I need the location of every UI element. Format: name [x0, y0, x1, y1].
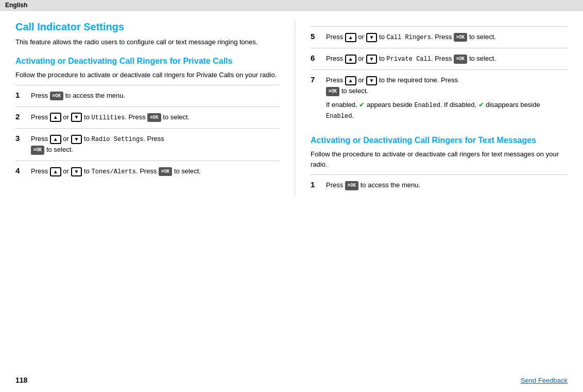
- step-6-target: Private Call: [387, 56, 431, 63]
- language-label: English: [5, 2, 27, 9]
- right-steps-continued: 5 Press ▲ or ▼ to Call Ringers. Press ⌘O…: [311, 26, 568, 127]
- step-7-content: Press ▲ or ▼ to the required tone. Press…: [326, 75, 568, 121]
- up-button-icon: ▲: [50, 167, 61, 176]
- sub-intro-text-messages: Follow the procedure to activate or deac…: [311, 149, 568, 169]
- step-5-content: Press ▲ or ▼ to Call Ringers. Press ⌘OK …: [326, 32, 496, 43]
- checkmark-icon: ✔: [359, 101, 365, 109]
- left-steps: 1 Press ⌘OK to access the menu. 2 Press …: [15, 85, 279, 182]
- left-column: Call Indicator Settings This feature all…: [15, 21, 279, 196]
- step-3-content: Press ▲ or ▼ to Radio Settings. Press ⌘O…: [31, 134, 164, 155]
- step-6-number: 6: [311, 54, 321, 62]
- ok-button-icon: ⌘OK: [454, 33, 467, 42]
- up-button-icon: ▲: [50, 135, 61, 144]
- step-1-number: 1: [15, 91, 26, 99]
- step-2-content: Press ▲ or ▼ to Utilities. Press ⌘OK to …: [31, 112, 190, 123]
- top-bar: English: [0, 0, 583, 11]
- send-feedback-link[interactable]: Send Feedback: [521, 377, 568, 384]
- step-3-number: 3: [15, 134, 26, 142]
- ok-button-icon: ⌘OK: [31, 146, 44, 155]
- step-5-target: Call Ringers: [387, 34, 431, 41]
- footer: 118 Send Feedback: [15, 376, 568, 384]
- down-button-icon: ▼: [71, 135, 82, 144]
- step-4-content: Press ▲ or ▼ to Tones/Alerts. Press ⌘OK …: [31, 166, 201, 177]
- page-content: Call Indicator Settings This feature all…: [0, 11, 583, 206]
- text-msg-step-1: 1 Press ⌘OK to access the menu.: [311, 174, 568, 196]
- step-1-content: Press ⌘OK to access the menu.: [31, 91, 125, 101]
- ok-button-icon: ⌘OK: [326, 87, 339, 96]
- step-6-content: Press ▲ or ▼ to Private Call. Press ⌘OK …: [326, 54, 496, 64]
- step-5: 5 Press ▲ or ▼ to Call Ringers. Press ⌘O…: [311, 26, 568, 48]
- ok-button-icon: ⌘OK: [50, 92, 63, 101]
- ok-button-icon: ⌘OK: [159, 167, 172, 176]
- down-button-icon: ▼: [366, 55, 378, 64]
- step-7-number: 7: [311, 75, 321, 84]
- step-3-target: Radio Settings: [92, 136, 144, 143]
- step-2-target: Utilities: [92, 114, 125, 121]
- step-2-number: 2: [15, 112, 26, 121]
- main-intro: This feature allows the radio users to c…: [15, 37, 279, 47]
- step-5-number: 5: [311, 32, 321, 41]
- down-button-icon: ▼: [366, 76, 378, 85]
- step-4-number: 4: [15, 166, 26, 175]
- step-4-target: Tones/Alerts: [92, 168, 136, 175]
- main-title: Call Indicator Settings: [15, 21, 279, 33]
- page-number: 118: [15, 376, 27, 384]
- checkmark-icon-2: ✔: [478, 101, 484, 109]
- up-button-icon: ▲: [345, 33, 356, 42]
- down-button-icon: ▼: [71, 113, 82, 122]
- up-button-icon: ▲: [50, 113, 61, 122]
- step-4: 4 Press ▲ or ▼ to Tones/Alerts. Press ⌘O…: [15, 161, 279, 182]
- text-msg-step-1-number: 1: [311, 180, 321, 189]
- step-6: 6 Press ▲ or ▼ to Private Call. Press ⌘O…: [311, 48, 568, 69]
- sub-title-text-messages: Activating or Deactivating Call Ringers …: [311, 136, 568, 145]
- ok-button-icon: ⌘OK: [345, 181, 358, 190]
- sub-intro-private-calls: Follow the procedure to activate or deac…: [15, 70, 279, 80]
- step-2: 2 Press ▲ or ▼ to Utilities. Press ⌘OK t…: [15, 106, 279, 128]
- up-button-icon: ▲: [345, 76, 356, 85]
- step-7-note: If enabled, ✔ appears beside Enabled. If…: [326, 100, 568, 121]
- step-3: 3 Press ▲ or ▼ to Radio Settings. Press …: [15, 128, 279, 161]
- ok-button-icon: ⌘OK: [454, 55, 467, 64]
- step-7: 7 Press ▲ or ▼ to the required tone. Pre…: [311, 69, 568, 127]
- down-button-icon: ▼: [366, 33, 378, 42]
- sub-title-private-calls: Activating or Deactivating Call Ringers …: [15, 57, 279, 66]
- right-steps-text-messages: 1 Press ⌘OK to access the menu.: [311, 174, 568, 196]
- ok-button-icon: ⌘OK: [147, 113, 161, 122]
- text-msg-step-1-content: Press ⌘OK to access the menu.: [326, 180, 420, 191]
- step-1: 1 Press ⌘OK to access the menu.: [15, 85, 279, 106]
- up-button-icon: ▲: [345, 55, 356, 64]
- down-button-icon: ▼: [71, 167, 82, 176]
- right-column: 5 Press ▲ or ▼ to Call Ringers. Press ⌘O…: [295, 21, 568, 196]
